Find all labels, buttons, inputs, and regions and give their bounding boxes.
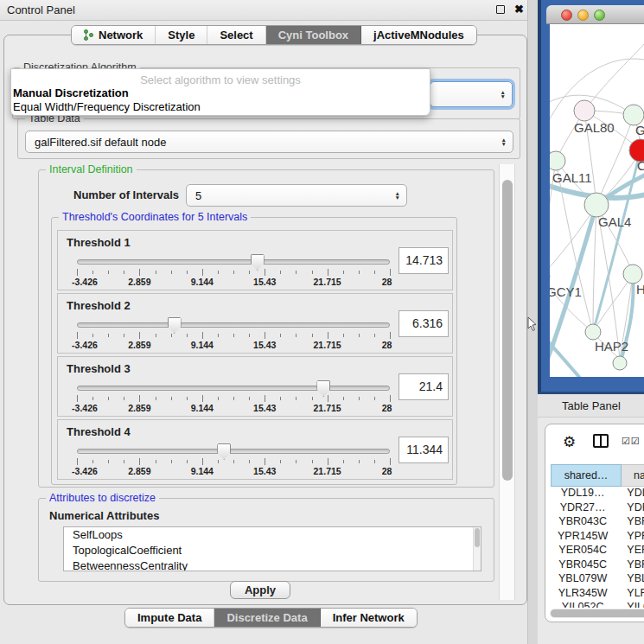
threshold-label: Threshold 1: [67, 236, 131, 249]
slider-scale-labels: -3.4262.8599.14415.4321.71528: [77, 340, 390, 350]
node-gal4[interactable]: [584, 193, 609, 217]
threshold-row: Threshold 2 -3.4262.8599.14415.4321.7152…: [57, 293, 453, 354]
scale-tick-label: -3.426: [72, 340, 98, 350]
threshold-value-field[interactable]: 11.344: [399, 437, 449, 463]
scale-tick-label: 9.144: [191, 403, 214, 413]
tab-discretize-data[interactable]: Discretize Data: [214, 609, 320, 627]
tab-label: Discretize Data: [226, 611, 307, 624]
table-panel-body: ⚙ ☑☑ shared… na YDL19…YDL1YDR27…YDR2YBR0…: [545, 424, 644, 622]
node-gal11[interactable]: [550, 151, 565, 170]
network-canvas[interactable]: GAL80 GA C GAL11 GAL4 GCY1 H HAP2: [550, 24, 644, 377]
settings-scrollbar[interactable]: [499, 164, 515, 600]
number-of-intervals-label: Number of Intervals: [73, 188, 179, 201]
scale-tick-label: -3.426: [72, 403, 98, 413]
scale-tick-label: -3.426: [72, 277, 98, 287]
threshold-value-field[interactable]: 6.316: [399, 310, 449, 337]
control-panel-titlebar: Control Panel ✖: [0, 0, 534, 21]
dropdown-option-equal-width[interactable]: Equal Width/Frequency Discretization: [13, 100, 201, 113]
tab-jactivemnodules[interactable]: jActiveMNodules: [361, 26, 476, 44]
table-toolbar: ⚙ ☑☑: [545, 424, 644, 459]
node-bottom[interactable]: [613, 356, 627, 370]
threshold-slider[interactable]: [77, 449, 390, 454]
checkbox-icons[interactable]: ☑☑: [622, 436, 641, 447]
attribute-list-item[interactable]: BetweennessCentrality: [64, 558, 481, 571]
node-label: HAP2: [595, 339, 628, 354]
table-panel-title: Table Panel: [562, 399, 621, 412]
threshold-slider[interactable]: [77, 259, 390, 265]
group-title: Attributes to discretize: [46, 492, 159, 504]
tab-style[interactable]: Style: [156, 26, 207, 44]
tab-network[interactable]: Network: [72, 26, 156, 44]
number-of-intervals-combobox[interactable]: 5 ▲▼: [186, 184, 407, 207]
node-h[interactable]: [623, 265, 642, 284]
table-data-combobox[interactable]: galFiltered.sif default node ▲▼: [25, 131, 513, 153]
mouse-cursor: [527, 316, 538, 332]
threshold-value-field[interactable]: 21.4: [399, 373, 449, 400]
tab-label: Impute Data: [137, 611, 201, 624]
table-row[interactable]: YPR145WYPR1: [551, 530, 644, 545]
dropdown-option-manual[interactable]: Manual Discretization: [13, 86, 129, 99]
minimize-traffic-light-icon[interactable]: [577, 10, 589, 21]
threshold-label: Threshold 3: [67, 362, 131, 375]
scale-tick-label: 21.715: [314, 340, 341, 350]
tab-label: Cyni Toolbox: [278, 29, 348, 41]
apply-button[interactable]: Apply: [230, 581, 290, 599]
scale-tick-label: 21.715: [314, 466, 341, 476]
node-label: GAL11: [552, 170, 592, 185]
node-label: GA: [635, 123, 644, 137]
scrollbar-thumb[interactable]: [502, 180, 513, 481]
tab-impute-data[interactable]: Impute Data: [125, 609, 214, 627]
tab-infer-network[interactable]: Infer Network: [321, 609, 417, 627]
network-icon: [84, 29, 94, 41]
numerical-attributes-label: Numerical Attributes: [49, 509, 159, 522]
table-row[interactable]: YER054CYER0: [551, 544, 644, 558]
slider-scale-labels: -3.4262.8599.14415.4321.71528: [77, 466, 390, 476]
algorithm-combobox[interactable]: ▲▼: [430, 81, 513, 107]
scale-tick-label: 28: [382, 466, 392, 476]
scrollbar-thumb[interactable]: [551, 609, 644, 617]
tab-cyni-toolbox[interactable]: Cyni Toolbox: [266, 26, 361, 44]
table-hscrollbar[interactable]: [550, 609, 644, 618]
threshold-slider[interactable]: [77, 322, 390, 328]
list-scrollbar[interactable]: [473, 527, 481, 571]
float-window-icon[interactable]: [496, 5, 505, 14]
numerical-attributes-list[interactable]: SelfLoopsTopologicalCoefficientBetweenne…: [63, 526, 481, 571]
algorithm-dropdown-popup: Select algorithm to view settings Manual…: [10, 68, 430, 116]
node-hap2[interactable]: [585, 324, 601, 340]
node-label: C: [637, 158, 644, 173]
network-window-titlebar[interactable]: [546, 5, 644, 24]
network-graph: GAL80 GA C GAL11 GAL4 GCY1 H HAP2: [550, 24, 644, 377]
table-row[interactable]: YLR345WYLR3: [551, 587, 644, 602]
threshold-row: Threshold 1 -3.4262.8599.14415.4321.7152…: [57, 230, 453, 290]
split-column-icon[interactable]: [593, 434, 609, 448]
slider-scale-labels: -3.4262.8599.14415.4321.71528: [77, 403, 390, 413]
table-row[interactable]: YDR27…YDR2: [551, 501, 644, 516]
tab-select[interactable]: Select: [207, 26, 265, 44]
table-row[interactable]: YBR043CYBR0: [551, 515, 644, 530]
table-row[interactable]: YBR045CYBR0: [551, 558, 644, 573]
scale-tick-label: 2.859: [128, 340, 150, 350]
attribute-list-item[interactable]: SelfLoops: [64, 527, 481, 543]
table-row[interactable]: YDL19…YDL1: [551, 487, 644, 501]
threshold-slider[interactable]: [77, 386, 390, 391]
scale-tick-label: -3.426: [72, 466, 98, 476]
threshold-label: Threshold 4: [67, 425, 131, 438]
scale-tick-label: 9.144: [191, 466, 214, 476]
gear-icon[interactable]: ⚙: [563, 433, 576, 451]
threshold-value-field[interactable]: 14.713: [399, 247, 449, 274]
node-label: GCY1: [550, 284, 582, 299]
table-data-value: galFiltered.sif default node: [35, 136, 166, 149]
column-header-name[interactable]: na: [622, 464, 644, 487]
slider-ticks: [77, 395, 390, 402]
tab-label: Network: [99, 29, 143, 41]
attribute-list-item[interactable]: TopologicalCoefficient: [64, 543, 481, 558]
close-traffic-light-icon[interactable]: [561, 10, 572, 21]
table-row[interactable]: YIL052CYIL0: [551, 601, 644, 608]
group-title: Interval Definition: [46, 163, 137, 175]
tab-label: Select: [220, 29, 252, 41]
table-row[interactable]: YBL079WYBL0: [551, 572, 644, 587]
close-icon[interactable]: ✖: [514, 3, 524, 16]
node-gal80[interactable]: [574, 100, 595, 121]
zoom-traffic-light-icon[interactable]: [594, 10, 605, 21]
column-header-shared[interactable]: shared…: [551, 464, 622, 487]
